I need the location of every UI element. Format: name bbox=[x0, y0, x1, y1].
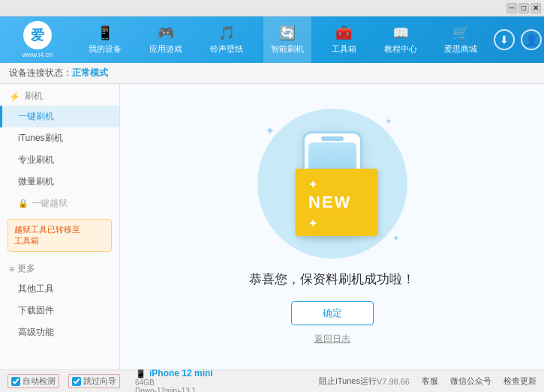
download-button[interactable]: ⬇ bbox=[494, 29, 515, 50]
nav-ringtone-label: 铃声壁纸 bbox=[210, 43, 243, 55]
version-text: V7.98.66 bbox=[377, 377, 410, 386]
more-section-header: ≡ 更多 bbox=[0, 256, 119, 278]
update-link[interactable]: 检查更新 bbox=[503, 376, 536, 387]
via-wizard-checkbox-label[interactable]: 跳过向导 bbox=[68, 374, 120, 388]
new-badge: NEW bbox=[295, 169, 377, 236]
more-section-icon: ≡ bbox=[9, 264, 14, 274]
sidebar-item-other-tools[interactable]: 其他工具 bbox=[0, 278, 119, 300]
tools-icon: 🧰 bbox=[335, 25, 352, 41]
via-wizard-label: 跳过向导 bbox=[83, 376, 116, 387]
itunes-status: 阻止iTunes运行 bbox=[319, 376, 377, 387]
advanced-label: 高级功能 bbox=[18, 327, 54, 337]
sparkle-bottom-right: ✦ bbox=[392, 233, 400, 244]
tutorials-icon: 📖 bbox=[392, 25, 409, 41]
content-area: ✦ ✦ ✦ NEW 恭喜您，保资料刷机成功啦！ 确定 返回日志 bbox=[120, 84, 544, 370]
nav-ringtone[interactable]: 🎵 铃声壁纸 bbox=[203, 16, 251, 63]
flash-section-label: 刷机 bbox=[25, 90, 43, 103]
bottom-right: V7.98.66 客服 微信公众号 检查更新 bbox=[377, 376, 536, 387]
phone-illustration: ✦ ✦ ✦ NEW bbox=[250, 109, 415, 259]
sidebar-warning-line1: 越狱工具已转移至 bbox=[14, 225, 80, 234]
other-tools-label: 其他工具 bbox=[18, 283, 54, 294]
minimize-button[interactable]: ─ bbox=[506, 3, 517, 13]
sidebar-itunes-label: iTunes刷机 bbox=[18, 133, 63, 143]
nav-my-device-label: 我的设备 bbox=[89, 43, 122, 55]
nav-tools[interactable]: 🧰 工具箱 bbox=[324, 16, 364, 63]
logo-area: 爱 www.i4.cn bbox=[0, 16, 75, 63]
sidebar-one-click-label: 一键刷机 bbox=[18, 111, 54, 121]
sidebar-item-itunes[interactable]: iTunes刷机 bbox=[0, 127, 119, 149]
success-message: 恭喜您，保资料刷机成功啦！ bbox=[249, 271, 415, 288]
header: 爱 www.i4.cn 📱 我的设备 🎮 应用游戏 🎵 铃声壁纸 🔄 智能刷机 … bbox=[0, 16, 544, 63]
status-bar: 设备连接状态： 正常模式 bbox=[0, 63, 544, 84]
support-link[interactable]: 客服 bbox=[422, 376, 438, 387]
sidebar: ⚡ 刷机 一键刷机 iTunes刷机 专业刷机 微量刷机 🔒 一键越狱 越狱工具… bbox=[0, 84, 120, 370]
nav-shop-label: 爱思商城 bbox=[444, 43, 477, 55]
ringtone-icon: 🎵 bbox=[218, 25, 235, 41]
sidebar-item-micro[interactable]: 微量刷机 bbox=[0, 171, 119, 193]
sidebar-item-one-click[interactable]: 一键刷机 bbox=[0, 106, 119, 127]
sidebar-item-jailbreak-locked: 🔒 一键越狱 bbox=[0, 193, 119, 214]
sparkle-top-left: ✦ bbox=[265, 124, 275, 138]
my-device-icon: 📱 bbox=[97, 25, 113, 41]
main-layout: ⚡ 刷机 一键刷机 iTunes刷机 专业刷机 微量刷机 🔒 一键越狱 越狱工具… bbox=[0, 84, 544, 370]
device-storage: 64GB bbox=[135, 379, 213, 387]
sidebar-warning-line2: 工具箱 bbox=[14, 236, 39, 245]
title-bar: ─ □ ✕ bbox=[0, 0, 544, 16]
flash-section-header: ⚡ 刷机 bbox=[0, 84, 119, 106]
auto-connect-checkbox-label[interactable]: 自动检测 bbox=[8, 374, 59, 388]
sidebar-item-advanced[interactable]: 高级功能 bbox=[0, 322, 119, 343]
confirm-button[interactable]: 确定 bbox=[291, 301, 374, 325]
download-fw-label: 下载固件 bbox=[18, 305, 54, 316]
sidebar-warning: 越狱工具已转移至 工具箱 bbox=[8, 219, 112, 252]
nav-my-device[interactable]: 📱 我的设备 bbox=[81, 16, 129, 63]
nav-shop[interactable]: 🛒 爱思商城 bbox=[437, 16, 485, 63]
sidebar-micro-label: 微量刷机 bbox=[18, 176, 54, 187]
more-section-label: 更多 bbox=[17, 262, 35, 275]
via-wizard-checkbox[interactable] bbox=[72, 377, 81, 386]
sparkle-top-right: ✦ bbox=[385, 116, 392, 127]
auto-connect-label: 自动检测 bbox=[23, 376, 56, 387]
wechat-link[interactable]: 微信公众号 bbox=[450, 376, 491, 387]
bottom-bar: 自动检测 跳过向导 📱 iPhone 12 mini 64GB Down-12m… bbox=[0, 370, 544, 392]
apps-icon: 🎮 bbox=[158, 25, 174, 41]
nav-tutorials[interactable]: 📖 教程中心 bbox=[377, 16, 425, 63]
nav-flash-label: 智能刷机 bbox=[271, 43, 304, 55]
nav-items: 📱 我的设备 🎮 应用游戏 🎵 铃声壁纸 🔄 智能刷机 🧰 工具箱 📖 教程中心… bbox=[75, 16, 491, 63]
nav-tutorials-label: 教程中心 bbox=[384, 43, 417, 55]
logo-url: www.i4.cn bbox=[23, 51, 53, 58]
lock-icon: 🔒 bbox=[18, 199, 29, 208]
device-info: 📱 iPhone 12 mini 64GB Down-12mini-13.1 bbox=[135, 368, 213, 393]
maximize-button[interactable]: □ bbox=[518, 3, 529, 13]
flash-icon: 🔄 bbox=[279, 25, 296, 41]
bottom-left: 自动检测 跳过向导 📱 iPhone 12 mini 64GB Down-12m… bbox=[8, 368, 319, 393]
device-firmware: Down-12mini-13.1 bbox=[135, 387, 213, 393]
flash-section-icon: ⚡ bbox=[9, 91, 20, 102]
back-to-log-link[interactable]: 返回日志 bbox=[314, 333, 350, 346]
nav-apps[interactable]: 🎮 应用游戏 bbox=[142, 16, 190, 63]
sidebar-item-download-fw[interactable]: 下载固件 bbox=[0, 300, 119, 322]
account-button[interactable]: 👤 bbox=[521, 29, 542, 50]
status-prefix: 设备连接状态： bbox=[9, 67, 72, 79]
phone-notch bbox=[321, 136, 344, 141]
close-button[interactable]: ✕ bbox=[530, 3, 541, 13]
auto-connect-checkbox[interactable] bbox=[11, 377, 20, 386]
sidebar-jailbreak-label: 一键越狱 bbox=[32, 197, 68, 210]
sidebar-item-pro[interactable]: 专业刷机 bbox=[0, 149, 119, 171]
nav-apps-label: 应用游戏 bbox=[149, 43, 182, 55]
nav-flash[interactable]: 🔄 智能刷机 bbox=[263, 16, 311, 63]
status-value: 正常模式 bbox=[72, 67, 108, 79]
nav-right-buttons: ⬇ 👤 bbox=[491, 29, 544, 50]
nav-tools-label: 工具箱 bbox=[332, 43, 356, 55]
sidebar-pro-label: 专业刷机 bbox=[18, 154, 54, 165]
shop-icon: 🛒 bbox=[452, 25, 469, 41]
logo-icon: 爱 bbox=[23, 21, 52, 49]
